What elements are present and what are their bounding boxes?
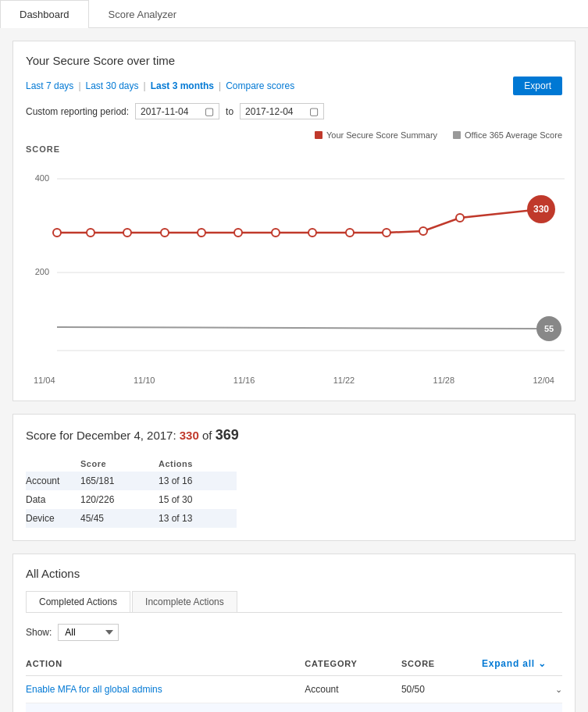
x-label-1104: 11/04 <box>34 376 55 385</box>
show-label: Show: <box>26 627 52 638</box>
actions-header-score: SCORE <box>401 652 482 676</box>
tab-score-analyzer[interactable]: Score Analyzer <box>89 0 196 28</box>
row-score-account: 165/181 <box>80 472 159 490</box>
time-link-7days[interactable]: Last 7 days <box>26 80 73 91</box>
tab-completed-actions[interactable]: Completed Actions <box>26 591 130 612</box>
chart-section: Your Secure Score over time Last 7 days … <box>12 41 576 401</box>
x-label-1122: 11/22 <box>333 376 355 385</box>
legend-label-office-avg: Office 365 Average Score <box>465 130 562 140</box>
show-select[interactable]: All Account Data Device <box>58 624 119 641</box>
legend-dot-gray <box>453 131 461 139</box>
time-filter-links: Last 7 days | Last 30 days | Last 3 mont… <box>26 80 294 91</box>
calendar-from-icon[interactable]: ▢ <box>205 105 214 117</box>
date-to-input[interactable] <box>245 106 306 117</box>
row-score-data: 120/226 <box>80 490 159 509</box>
x-label-1204: 12/04 <box>533 376 554 385</box>
legend-item-secure-score: Your Secure Score Summary <box>315 130 437 140</box>
row-actions-account: 13 of 16 <box>159 472 237 490</box>
actions-header-expand[interactable]: Expand all ⌄ <box>482 652 562 676</box>
legend-item-office-avg: Office 365 Average Score <box>453 130 562 140</box>
table-row: Enable MFA for all users Account 30/30 ⌄ <box>26 703 562 713</box>
svg-text:55: 55 <box>544 324 554 333</box>
action-score-mfa-users: 30/30 <box>401 703 482 713</box>
x-label-1110: 11/10 <box>134 376 155 385</box>
action-link-mfa-admins[interactable]: Enable MFA for all global admins <box>26 684 162 695</box>
row-actions-device: 13 of 13 <box>159 509 237 528</box>
export-button[interactable]: Export <box>513 77 562 95</box>
action-score-mfa-admins: 50/50 <box>401 676 482 703</box>
chart-svg: 400 200 55 <box>26 155 572 374</box>
svg-point-9 <box>87 229 94 237</box>
custom-period-label: Custom reporting period: <box>26 106 129 117</box>
action-category-mfa-users: Account <box>305 703 401 713</box>
x-label-1128: 11/28 <box>433 376 455 385</box>
tab-incomplete-actions[interactable]: Incomplete Actions <box>132 591 237 612</box>
row-score-device: 45/45 <box>80 509 159 528</box>
row-label-account: Account <box>26 472 80 490</box>
actions-header-action: ACTION <box>26 652 305 676</box>
legend-dot-orange <box>315 131 323 139</box>
svg-text:200: 200 <box>35 267 49 276</box>
row-actions-data: 15 of 30 <box>159 490 237 509</box>
actions-table: ACTION CATEGORY SCORE Expand all ⌄ Enabl… <box>26 652 562 712</box>
all-actions-title: All Actions <box>26 567 562 580</box>
date-from-input[interactable] <box>141 106 201 117</box>
score-summary-section: Score for December 4, 2017: 330 of 369 S… <box>12 414 576 541</box>
time-link-compare[interactable]: Compare scores <box>226 80 294 91</box>
chart-area: SCORE 400 200 55 <box>26 144 562 385</box>
tab-dashboard[interactable]: Dashboard <box>0 0 89 28</box>
action-expand-mfa-admins[interactable]: ⌄ <box>482 676 562 703</box>
svg-text:330: 330 <box>533 204 549 215</box>
calendar-to-icon[interactable]: ▢ <box>309 105 319 117</box>
row-label-data: Data <box>26 490 80 509</box>
action-name-mfa-admins: Enable MFA for all global admins <box>26 676 305 703</box>
svg-point-8 <box>53 229 61 237</box>
time-link-3months[interactable]: Last 3 months <box>151 80 214 91</box>
row-label-device: Device <box>26 509 80 528</box>
all-actions-section: All Actions Completed Actions Incomplete… <box>12 554 576 712</box>
table-row: Enable MFA for all global admins Account… <box>26 676 562 703</box>
action-category-mfa-admins: Account <box>305 676 401 703</box>
date-to-input-wrap: ▢ <box>240 103 324 119</box>
svg-text:400: 400 <box>35 173 49 183</box>
svg-point-14 <box>272 229 280 237</box>
actions-header-category: CATEGORY <box>305 652 401 676</box>
score-table-header-actions: Actions <box>159 456 237 472</box>
svg-point-12 <box>198 229 205 237</box>
tabs-bar: Dashboard Score Analyzer <box>0 0 588 28</box>
chart-legend: Your Secure Score Summary Office 365 Ave… <box>26 130 562 140</box>
custom-period-row: Custom reporting period: ▢ to ▢ <box>26 103 562 119</box>
chevron-down-icon[interactable]: ⌄ <box>555 685 562 694</box>
to-label: to <box>226 106 233 117</box>
svg-point-18 <box>419 227 427 235</box>
score-date-label: Score for December 4, 2017: <box>26 429 176 442</box>
score-table-header-score: Score <box>80 456 159 472</box>
legend-label-secure-score: Your Secure Score Summary <box>326 130 437 140</box>
svg-line-5 <box>57 327 541 329</box>
svg-point-19 <box>456 214 464 222</box>
table-row: Account 165/181 13 of 16 <box>26 472 237 490</box>
table-row: Device 45/45 13 of 13 <box>26 509 237 528</box>
table-row: Data 120/226 15 of 30 <box>26 490 237 509</box>
svg-point-17 <box>383 229 390 237</box>
chart-section-title: Your Secure Score over time <box>26 54 562 67</box>
total-score-value: 369 <box>216 427 239 443</box>
x-axis-labels: 11/04 11/10 11/16 11/22 11/28 12/04 <box>26 376 562 385</box>
svg-point-16 <box>346 229 354 237</box>
current-score-value: 330 <box>180 429 199 442</box>
expand-all-link[interactable]: Expand all ⌄ <box>482 658 562 669</box>
svg-point-15 <box>308 229 316 237</box>
score-table-header-label <box>26 456 80 472</box>
action-expand-mfa-users[interactable]: ⌄ <box>482 703 562 713</box>
svg-point-11 <box>161 229 169 237</box>
of-label-text: of <box>202 429 212 442</box>
score-axis-label: SCORE <box>26 144 562 154</box>
x-label-1116: 11/16 <box>233 376 255 385</box>
show-row: Show: All Account Data Device <box>26 624 562 641</box>
score-table: Score Actions Account 165/181 13 of 16 D… <box>26 456 237 528</box>
date-from-input-wrap: ▢ <box>135 103 219 119</box>
actions-tabs: Completed Actions Incomplete Actions <box>26 591 562 613</box>
score-summary-text: Score for December 4, 2017: 330 of 369 <box>26 427 562 443</box>
time-link-30days[interactable]: Last 30 days <box>86 80 139 91</box>
svg-point-13 <box>234 229 242 237</box>
